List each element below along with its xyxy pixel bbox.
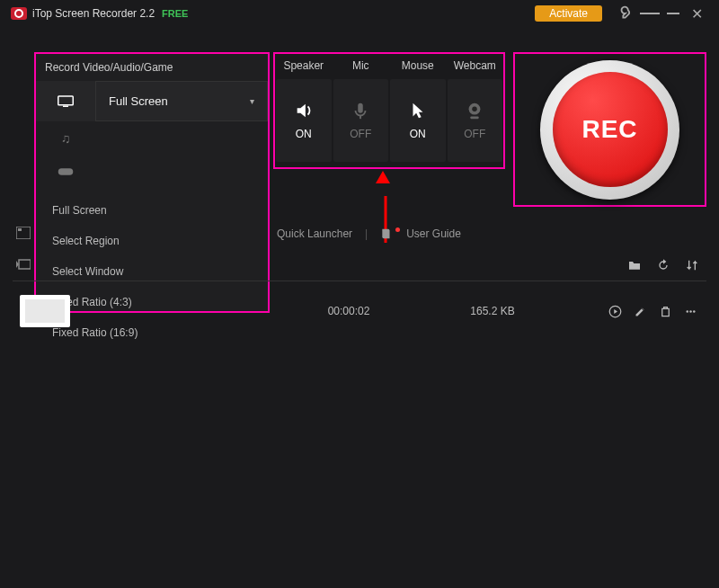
- sort-icon[interactable]: [685, 258, 699, 272]
- mic-icon: [351, 101, 370, 120]
- svg-rect-0: [58, 96, 74, 105]
- device-mouse-label: Mouse: [389, 54, 447, 77]
- close-button[interactable]: ✕: [687, 5, 706, 22]
- recording-size: 165.2 KB: [430, 305, 555, 317]
- record-button[interactable]: REC: [540, 60, 679, 200]
- notification-dot-icon: [395, 227, 400, 232]
- record-panel-title: Record Video/Audio/Game: [36, 54, 268, 81]
- svg-point-13: [689, 310, 692, 313]
- edit-icon[interactable]: [631, 302, 649, 320]
- tab-audio[interactable]: ♫: [36, 121, 95, 155]
- user-guide-link[interactable]: User Guide: [380, 227, 461, 240]
- mode-select[interactable]: Full Screen ▾: [95, 81, 268, 121]
- device-speaker-label: Speaker: [275, 54, 333, 77]
- list-toolbar: [0, 252, 719, 279]
- device-webcam[interactable]: Webcam OFF: [447, 54, 504, 167]
- quick-launcher-link[interactable]: Quick Launcher: [277, 227, 352, 240]
- minimize-button[interactable]: [663, 13, 683, 14]
- activate-button[interactable]: Activate: [535, 5, 602, 22]
- monitor-icon: [58, 95, 74, 108]
- play-icon[interactable]: [606, 302, 624, 320]
- device-webcam-state: OFF: [464, 128, 485, 140]
- arrow-annotation-icon: [381, 171, 390, 183]
- folder-icon[interactable]: [627, 258, 642, 272]
- menu-icon[interactable]: [640, 11, 660, 16]
- svg-rect-1: [63, 105, 68, 107]
- more-icon[interactable]: [681, 302, 699, 320]
- devices-panel: Speaker ON Mic OFF Mouse ON: [273, 52, 505, 169]
- app-logo-icon: [11, 7, 27, 20]
- main-area: Record Video/Audio/Game Full Screen ▾ ♫: [0, 27, 719, 198]
- quick-launcher-label: Quick Launcher: [277, 227, 352, 240]
- device-mouse-state: ON: [410, 128, 426, 140]
- divider: [13, 281, 706, 281]
- refresh-icon[interactable]: [656, 258, 670, 272]
- svg-point-14: [693, 310, 696, 313]
- book-icon: [380, 227, 393, 240]
- app-window: iTop Screen Recorder 2.2 FREE Activate ✕…: [0, 0, 719, 588]
- key-icon[interactable]: [617, 4, 636, 23]
- device-mic-label: Mic: [333, 54, 390, 77]
- rec-panel: REC: [513, 52, 706, 207]
- device-speaker[interactable]: Speaker ON: [275, 54, 333, 167]
- speaker-icon: [294, 101, 314, 120]
- chevron-down-icon: ▾: [250, 96, 254, 106]
- recording-row[interactable]: 00:00:02 165.2 KB: [0, 290, 719, 333]
- delete-icon[interactable]: [656, 302, 674, 320]
- recordings-list: 00:00:02 165.2 KB: [0, 290, 719, 333]
- recording-duration: 00:00:02: [268, 305, 430, 317]
- device-mouse[interactable]: Mouse ON: [389, 54, 447, 167]
- app-title: iTop Screen Recorder 2.2: [32, 7, 155, 20]
- gamepad-icon: [58, 165, 74, 178]
- device-mic[interactable]: Mic OFF: [333, 54, 390, 167]
- tab-game[interactable]: [36, 155, 95, 188]
- titlebar: iTop Screen Recorder 2.2 FREE Activate ✕: [0, 0, 719, 27]
- svg-rect-2: [58, 168, 74, 175]
- music-note-icon: ♫: [61, 131, 71, 146]
- quick-row: Quick Launcher | User Guide: [0, 221, 719, 246]
- svg-point-12: [686, 310, 688, 313]
- mode-selected-label: Full Screen: [109, 94, 168, 108]
- svg-rect-7: [471, 116, 479, 119]
- svg-rect-4: [360, 116, 361, 120]
- device-mic-state: OFF: [350, 128, 371, 140]
- svg-point-6: [473, 106, 478, 111]
- record-button-label: REC: [553, 72, 668, 187]
- device-speaker-state: ON: [296, 128, 312, 140]
- svg-rect-3: [359, 103, 364, 113]
- tab-screen[interactable]: [36, 81, 95, 121]
- cursor-icon: [408, 101, 428, 120]
- device-webcam-label: Webcam: [447, 54, 504, 77]
- user-guide-label: User Guide: [406, 227, 461, 240]
- separator: |: [365, 227, 368, 240]
- webcam-icon: [465, 101, 484, 120]
- free-tag: FREE: [162, 8, 188, 19]
- recording-thumbnail: [20, 295, 70, 327]
